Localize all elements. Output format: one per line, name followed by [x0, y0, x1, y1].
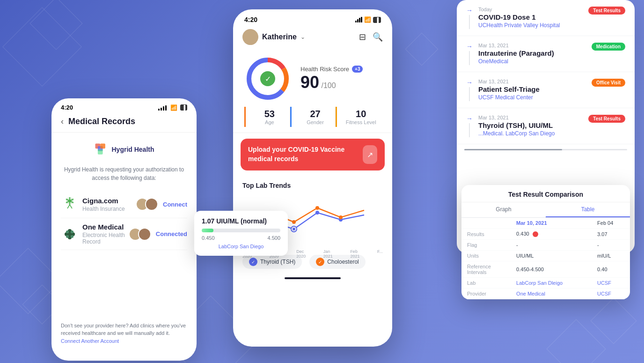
hygrid-name: Hygrid Health: [111, 146, 154, 153]
tooltip-range-values: 0.450 4.500: [202, 235, 280, 241]
svg-rect-2: [101, 144, 106, 149]
health-score-number: 90: [300, 73, 319, 92]
arrow-icon-4: →: [466, 115, 473, 122]
tooltip-range-high: 4.500: [267, 235, 280, 241]
phone2-header: Katherine ⌄ ⊟ 🔍: [233, 26, 392, 51]
row-col2-ref: 0.40: [592, 261, 630, 278]
metric-age-value: 53: [249, 109, 290, 119]
row-col2-units: mIU/L: [592, 251, 630, 261]
page-title: Medical Records: [68, 117, 135, 126]
table-title: Test Result Comparison: [461, 185, 630, 202]
cigna-info: Cigna.com Health Insurance: [82, 197, 136, 212]
result-name-3: Patient Self-Triage: [478, 85, 586, 93]
covid-banner[interactable]: Upload your COVID-19 Vaccine medical rec…: [241, 139, 385, 170]
row-col2-provider[interactable]: UCSF: [592, 289, 630, 299]
cigna-type: Health Insurance: [82, 206, 136, 212]
table-row-ref: ReferenceIntervals 0.450-4.500 0.40: [461, 261, 630, 278]
user-profile[interactable]: Katherine ⌄: [242, 29, 305, 45]
cholesterol-check-icon: ✓: [316, 258, 324, 266]
health-score-section: ✓ Health Risk Score +3 90 /100: [233, 51, 392, 107]
result-name-2: Intrauterine (Paragard): [478, 49, 586, 57]
onemedical-name: One Medical: [82, 223, 129, 231]
phone2-status-bar: 4:20 📶 ▐: [233, 9, 392, 26]
svg-point-20: [71, 235, 73, 238]
thyroid-check-icon: ✓: [249, 258, 257, 266]
row-col2-results: 3.07: [592, 229, 630, 240]
metric-age: 53 Age: [244, 107, 290, 127]
avatar4: [138, 228, 151, 241]
result-item-medication: → Mar 13, 2021 Intrauterine (Paragard) O…: [457, 36, 635, 72]
result-content-2: Mar 13, 2021 Intrauterine (Paragard) One…: [478, 43, 586, 65]
result-source-4: ...Medical. LabCorp San Diego: [478, 130, 583, 137]
arrow-icon-1: →: [466, 7, 473, 14]
back-arrow-icon[interactable]: ‹: [61, 117, 64, 126]
result-badge-2: Medication: [592, 43, 625, 51]
covid-text: Upload your COVID-19 Vaccine medical rec…: [248, 145, 363, 163]
table-row-flag: Flag - -: [461, 240, 630, 251]
footer-text: Don't see your provider here? Add clinic…: [61, 323, 186, 336]
health-score-info: Health Risk Score +3 90 /100: [300, 66, 363, 92]
tooltip-value: 1.07 UIU/ML (normal): [202, 217, 280, 225]
svg-point-31: [315, 211, 319, 215]
wifi-icon: 📶: [170, 104, 177, 111]
tooltip-source: LabCorp San Diego: [202, 244, 280, 249]
phone1-content: Hygrid Health Hygrid Health is requestin…: [51, 133, 197, 259]
comparison-table: Mar 10, 2021 Feb 04 Results 0.430 3.07 F…: [461, 218, 630, 299]
svg-point-17: [66, 230, 69, 233]
result-name-1: COVID-19 Dose 1: [478, 13, 583, 21]
metric-fitness-label: Fitness Level: [341, 119, 381, 125]
metric-gender-value: 27: [295, 109, 336, 119]
connect-another-link[interactable]: Connect Another Account: [61, 338, 119, 344]
thyroid-label: Thyroid (TSH): [260, 259, 295, 265]
chart-month-5: Feb2021: [350, 249, 359, 259]
table-row-lab: Lab LabCorp San Dleigo UCSF: [461, 278, 630, 289]
svg-line-10: [67, 205, 70, 208]
row-col2-lab[interactable]: UCSF: [592, 278, 630, 289]
onemedical-connected-status: Connected: [156, 230, 187, 237]
metric-fitness: 10 Fitness Level: [336, 107, 381, 127]
scrollbar: [464, 149, 627, 150]
svg-point-35: [292, 220, 296, 224]
tab-table[interactable]: Table: [546, 202, 630, 217]
svg-point-21: [68, 232, 72, 236]
arrow-icon-2: →: [466, 43, 473, 50]
cigna-icon: [61, 195, 79, 213]
phone1-medical-records: 4:20 📶 ▐ ‹ Medical Records: [51, 98, 197, 361]
result-date-3: Mar 13, 2021: [478, 79, 586, 84]
chart-month-3: Dec2020: [296, 249, 306, 259]
svg-point-37: [339, 215, 343, 219]
timeline-1: →: [466, 7, 473, 29]
result-source-2: OneMedical: [478, 58, 586, 65]
phone1-status-icons: 📶 ▐: [158, 104, 187, 111]
health-score-label-text: Health Risk Score: [300, 66, 349, 73]
result-badge-3: Office Visit: [592, 79, 625, 87]
chevron-down-icon: ⌄: [300, 34, 305, 40]
cholesterol-label: Choloesterol: [327, 259, 359, 265]
phone1-footer: Don't see your provider here? Add clinic…: [51, 315, 197, 352]
result-date-4: Mar 13, 2021: [478, 115, 583, 120]
filter-icon[interactable]: ⊟: [359, 32, 366, 42]
health-metrics: 53 Age 27 Gender 10 Fitness Level: [233, 107, 392, 133]
chart-month-6: F...: [377, 249, 383, 259]
row-col2-flag: -: [592, 240, 630, 251]
cigna-name: Cigna.com: [82, 197, 136, 205]
table-row-results: Results 0.430 3.07: [461, 229, 630, 240]
external-link-icon: ↗: [367, 150, 373, 159]
hygrid-logo-section: Hygrid Health: [61, 142, 187, 159]
lab-trends-title: Top Lab Trends: [242, 182, 383, 189]
timeline-2: →: [466, 43, 473, 65]
tab-graph[interactable]: Graph: [461, 202, 546, 217]
row-col1-provider[interactable]: One Medical: [511, 289, 592, 299]
search-icon[interactable]: 🔍: [373, 32, 383, 42]
row-label-lab: Lab: [461, 278, 511, 289]
phone1-time: 4:20: [61, 104, 73, 111]
cigna-connect-button[interactable]: Connect: [163, 201, 187, 208]
phone2-battery-icon: ▐: [373, 17, 381, 23]
covid-arrow-button[interactable]: ↗: [363, 145, 377, 164]
svg-rect-3: [98, 149, 103, 155]
timeline-4: →: [466, 115, 473, 137]
svg-point-22: [247, 31, 254, 38]
result-item-office-visit: → Mar 13, 2021 Patient Self-Triage UCSF …: [457, 72, 635, 108]
timeline-3: →: [466, 79, 473, 101]
row-col1-lab[interactable]: LabCorp San Dleigo: [511, 278, 592, 289]
